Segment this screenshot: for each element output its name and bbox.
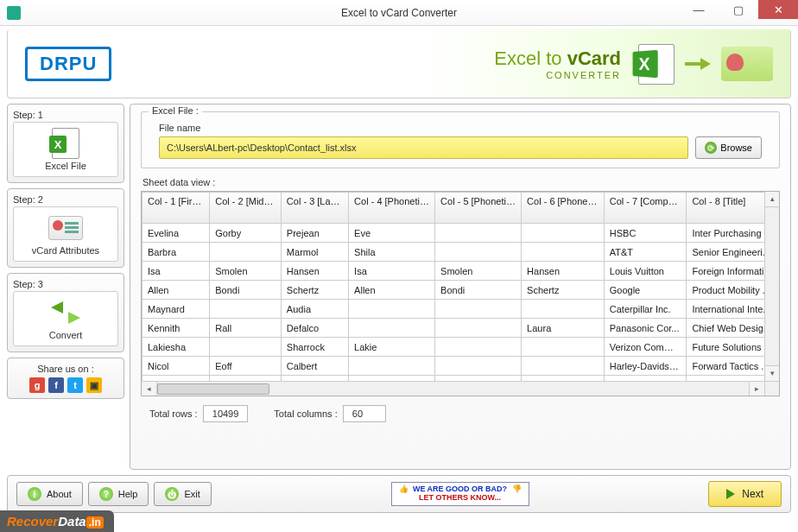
file-path-input[interactable]: C:\Users\ALbert-pc\Desktop\Contact_list.… [159, 136, 688, 159]
facebook-icon[interactable]: f [48, 377, 64, 393]
table-cell: Nicol [142, 357, 210, 376]
excel-file-icon [52, 128, 79, 159]
help-button[interactable]: ?Help [88, 482, 149, 506]
table-cell [522, 300, 605, 319]
close-button[interactable]: ✕ [758, 0, 798, 19]
vertical-scrollbar[interactable] [764, 192, 779, 381]
column-header[interactable]: Col - 1 [First name] [142, 193, 210, 224]
table-row[interactable]: EvelinaGorbyPrejeanEveHSBCInter Purchasi… [142, 224, 779, 243]
browse-button[interactable]: ⟳ Browse [695, 136, 762, 159]
browse-icon: ⟳ [705, 142, 717, 154]
table-cell: Harley-Davidso... [604, 357, 687, 376]
table-cell [210, 243, 282, 262]
table-cell: Louis Vuitton [604, 262, 687, 281]
column-header[interactable]: Col - 3 [Lastname] [281, 193, 348, 224]
table-cell [435, 300, 522, 319]
step-3-label: Step: 3 [13, 279, 118, 289]
column-header[interactable]: Col - 2 [Middle name] [210, 193, 282, 224]
table-cell [435, 319, 522, 338]
minimize-button[interactable]: — [679, 0, 719, 19]
table-cell: Bondi [435, 281, 522, 300]
exit-button[interactable]: ⏻Exit [154, 482, 211, 506]
footer-recover: Recover [7, 514, 58, 529]
table-cell: Lakiesha [142, 338, 210, 357]
table-cell: Prejean [281, 224, 348, 243]
total-rows-value: 10499 [203, 405, 249, 422]
next-label: Next [742, 488, 763, 500]
horizontal-scrollbar[interactable] [142, 381, 779, 396]
about-button[interactable]: iAbout [16, 482, 83, 506]
column-header[interactable]: Col - 4 [Phonetic Family name] [349, 193, 435, 224]
table-cell: Rall [210, 319, 282, 338]
share-box: Share us on : g f t ▣ [7, 358, 124, 399]
brand-tagline-main: Excel to [494, 48, 567, 69]
share-misc-icon[interactable]: ▣ [86, 377, 102, 393]
drpu-logo: DRPU [25, 47, 111, 81]
brand-tagline-sub: CONVERTER [494, 70, 621, 80]
vcard-attributes-icon [48, 216, 83, 240]
sheet-view-label: Sheet data view : [142, 177, 780, 187]
help-icon: ? [99, 487, 113, 501]
table-cell: Hansen [281, 262, 348, 281]
table-cell: Audia [281, 300, 348, 319]
table-cell: Lakie [349, 338, 435, 357]
about-label: About [47, 489, 72, 499]
excel-file-legend: Excel File : [149, 105, 202, 116]
table-cell: Hansen [522, 262, 605, 281]
step-3-box: Step: 3 Convert [7, 273, 124, 352]
twitter-icon[interactable]: t [67, 377, 83, 393]
table-cell: Calbert [281, 357, 348, 376]
table-cell: Isa [142, 262, 210, 281]
column-header[interactable]: Col - 6 [Phonetic Given [522, 193, 605, 224]
table-cell [349, 319, 435, 338]
table-cell [435, 243, 522, 262]
table-row[interactable]: LakieshaSharrockLakieVerizon Commu...Fut… [142, 338, 779, 357]
next-arrow-icon [726, 489, 735, 499]
table-cell: Schertz [522, 281, 605, 300]
title-bar: Excel to vCard Converter — ▢ ✕ [0, 0, 798, 26]
app-icon [7, 6, 21, 20]
step-3-caption: Convert [49, 330, 83, 340]
step-convert-button[interactable]: Convert [13, 291, 118, 346]
total-cols-label: Total columns : [274, 408, 337, 419]
table-cell [522, 243, 605, 262]
table-cell [522, 338, 605, 357]
brand-tagline-bold: vCard [567, 48, 621, 69]
data-grid[interactable]: Col - 1 [First name]Col - 2 [Middle name… [141, 191, 780, 396]
google-plus-icon[interactable]: g [29, 377, 45, 393]
browse-label: Browse [720, 142, 752, 153]
share-label: Share us on : [13, 364, 118, 374]
step-excel-file-button[interactable]: Excel File [13, 122, 118, 177]
scroll-thumb[interactable] [157, 383, 269, 395]
feedback-badge[interactable]: 👍 WE ARE GOOD OR BAD? 👎 LET OTHERS KNOW.… [391, 482, 529, 506]
table-cell [349, 357, 435, 376]
table-row[interactable]: MaynardAudiaCaterpillar Inc.Internationa… [142, 300, 779, 319]
table-cell: HSBC [604, 224, 687, 243]
feedback-line2: LET OTHERS KNOW... [419, 493, 501, 502]
table-cell: Allen [142, 281, 210, 300]
maximize-button[interactable]: ▢ [719, 0, 758, 19]
table-row[interactable]: KennithRallDefalcoLauraPanasonic Cor...C… [142, 319, 779, 338]
table-row[interactable]: IsaSmolenHansenIsaSmolenHansenLouis Vuit… [142, 262, 779, 281]
table-cell: Isa [349, 262, 435, 281]
table-row[interactable]: AllenBondiSchertzAllenBondiSchertzGoogle… [142, 281, 779, 300]
column-header[interactable]: Col - 5 [Phonetic middle name] [435, 193, 522, 224]
table-cell: Schertz [281, 281, 348, 300]
table-cell: AT&T [604, 243, 687, 262]
next-button[interactable]: Next [708, 481, 782, 507]
table-row[interactable]: NicolEoffCalbertHarley-Davidso...Forward… [142, 357, 779, 376]
step-vcard-attributes-button[interactable]: vCard Attributes [13, 206, 118, 262]
table-cell [435, 338, 522, 357]
table-cell: Smolen [435, 262, 522, 281]
sidebar: Step: 1 Excel File Step: 2 vCard Attribu… [7, 104, 124, 470]
brand-text: Excel to vCard CONVERTER [494, 48, 621, 80]
help-label: Help [118, 489, 138, 499]
convert-arrows-icon [51, 300, 80, 326]
total-rows-label: Total rows : [149, 408, 198, 419]
table-cell: Gorby [210, 224, 282, 243]
grid-table: Col - 1 [First name]Col - 2 [Middle name… [142, 192, 779, 395]
footer-data: Data [58, 514, 86, 529]
footer-brand: RecoverData.in [0, 510, 114, 532]
table-row[interactable]: BarbraMarmolShilaAT&TSenior Engineerin..… [142, 243, 779, 262]
column-header[interactable]: Col - 7 [Company] [604, 193, 687, 224]
